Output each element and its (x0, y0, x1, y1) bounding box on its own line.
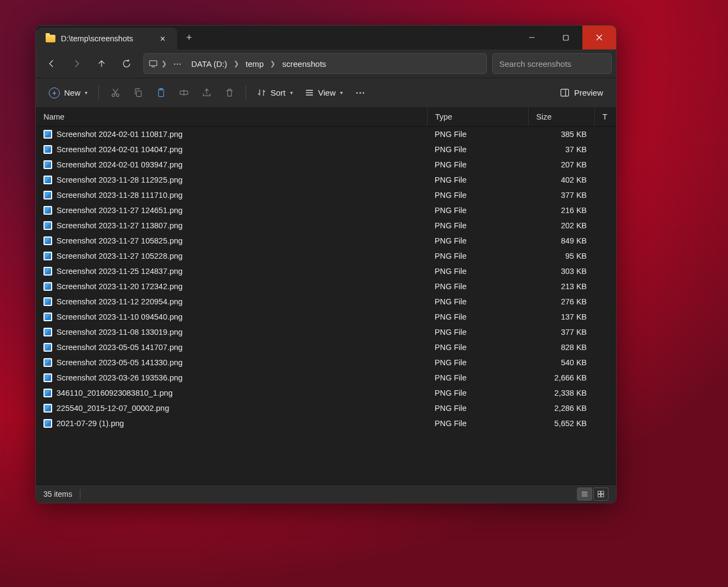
file-type: PNG File (427, 358, 528, 367)
search-placeholder: Search screenshots (499, 59, 572, 68)
this-pc-icon[interactable] (147, 58, 159, 70)
close-button[interactable] (582, 26, 616, 49)
back-button[interactable] (40, 53, 63, 74)
file-row[interactable]: 225540_2015-12-07_00002.pngPNG File2,286… (36, 401, 616, 416)
tab-close-button[interactable]: ✕ (155, 32, 170, 46)
png-file-icon (43, 313, 52, 321)
file-row[interactable]: Screenshot 2023-05-05 141707.pngPNG File… (36, 340, 616, 355)
refresh-button[interactable] (115, 53, 138, 74)
column-header-size[interactable]: Size (528, 107, 594, 126)
tab-title: D:\temp\screenshots (61, 34, 133, 43)
file-list[interactable]: Screenshot 2024-02-01 110817.pngPNG File… (36, 127, 616, 484)
file-row[interactable]: Screenshot 2023-11-08 133019.pngPNG File… (36, 324, 616, 340)
breadcrumb-seg-1[interactable]: temp (241, 57, 268, 71)
sort-button[interactable]: Sort ▾ (252, 83, 298, 103)
file-row[interactable]: Screenshot 2023-11-27 124651.pngPNG File… (36, 203, 616, 218)
file-row[interactable]: Screenshot 2024-02-01 093947.pngPNG File… (36, 157, 616, 172)
file-name: Screenshot 2024-02-01 093947.png (57, 160, 183, 169)
file-row[interactable]: Screenshot 2023-11-27 105825.pngPNG File… (36, 233, 616, 248)
file-row[interactable]: Screenshot 2023-11-27 113807.pngPNG File… (36, 218, 616, 233)
up-button[interactable] (90, 53, 113, 74)
file-name: 346110_20160923083810_1.png (57, 389, 173, 397)
file-row[interactable]: Screenshot 2023-11-10 094540.pngPNG File… (36, 309, 616, 324)
column-header-extra[interactable]: T (594, 107, 616, 126)
view-label: View (318, 88, 336, 97)
file-name: Screenshot 2023-11-08 133019.png (57, 328, 183, 336)
file-explorer-window: D:\temp\screenshots ✕ + (35, 25, 617, 503)
file-size: 216 KB (528, 206, 594, 215)
png-file-icon (43, 328, 52, 336)
preview-label: Preview (574, 88, 603, 97)
file-row[interactable]: Screenshot 2023-11-28 112925.pngPNG File… (36, 172, 616, 188)
navigation-bar: ❯ ⋯ DATA (D:) ❯ temp ❯ screenshots Searc… (36, 49, 616, 78)
thumbnails-view-button[interactable] (593, 488, 608, 501)
chevron-right-icon: ❯ (269, 60, 277, 67)
file-type: PNG File (427, 373, 528, 382)
divider (98, 86, 99, 100)
file-type: PNG File (427, 206, 528, 215)
file-row[interactable]: 2021-07-29 (1).pngPNG File5,652 KB (36, 416, 616, 431)
details-view-button[interactable] (577, 488, 592, 501)
file-row[interactable]: Screenshot 2023-11-12 220954.pngPNG File… (36, 294, 616, 309)
status-bar: 35 items (36, 484, 616, 503)
chevron-right-icon: ❯ (160, 60, 168, 67)
file-type: PNG File (427, 297, 528, 306)
png-file-icon (43, 236, 52, 245)
view-button[interactable]: View ▾ (299, 83, 348, 103)
column-header-name[interactable]: Name (36, 107, 427, 126)
maximize-button[interactable] (549, 26, 582, 49)
file-type: PNG File (427, 343, 528, 352)
png-file-icon (43, 267, 52, 276)
preview-button[interactable]: Preview (554, 83, 608, 103)
copy-button[interactable] (127, 83, 149, 103)
rename-button[interactable] (173, 83, 194, 103)
png-file-icon (43, 145, 52, 154)
file-name: Screenshot 2023-11-27 105228.png (57, 252, 183, 260)
file-row[interactable]: Screenshot 2023-03-26 193536.pngPNG File… (36, 370, 616, 385)
file-row[interactable]: Screenshot 2024-02-01 104047.pngPNG File… (36, 142, 616, 157)
file-row[interactable]: Screenshot 2024-02-01 110817.pngPNG File… (36, 127, 616, 142)
svg-rect-23 (601, 491, 604, 494)
command-bar: + New ▾ Sort ▾ View (36, 78, 616, 107)
file-size: 385 KB (528, 130, 594, 139)
file-size: 5,652 KB (528, 419, 594, 428)
new-button[interactable]: + New ▾ (43, 83, 93, 103)
cut-button[interactable] (104, 83, 126, 103)
chevron-down-icon: ▾ (290, 90, 293, 96)
file-row[interactable]: Screenshot 2023-11-20 172342.pngPNG File… (36, 279, 616, 294)
new-tab-button[interactable]: + (177, 26, 201, 49)
delete-button[interactable] (218, 83, 240, 103)
file-name: Screenshot 2023-11-20 172342.png (57, 282, 183, 291)
file-type: PNG File (427, 389, 528, 397)
active-tab[interactable]: D:\temp\screenshots ✕ (36, 28, 177, 49)
status-item-count: 35 items (43, 490, 72, 498)
file-size: 207 KB (528, 160, 594, 169)
column-header-type[interactable]: Type (427, 107, 528, 126)
breadcrumb-overflow[interactable]: ⋯ (169, 57, 186, 71)
more-button[interactable] (349, 83, 371, 103)
breadcrumb[interactable]: ❯ ⋯ DATA (D:) ❯ temp ❯ screenshots (143, 53, 487, 74)
file-row[interactable]: Screenshot 2023-11-27 105228.pngPNG File… (36, 248, 616, 264)
minimize-button[interactable] (515, 26, 549, 49)
breadcrumb-seg-0[interactable]: DATA (D:) (187, 57, 231, 71)
file-type: PNG File (427, 236, 528, 245)
png-file-icon (43, 358, 52, 367)
share-button[interactable] (196, 83, 217, 103)
preview-pane-icon (560, 88, 570, 98)
search-input[interactable]: Search screenshots (492, 53, 612, 74)
file-row[interactable]: 346110_20160923083810_1.pngPNG File2,338… (36, 385, 616, 401)
png-file-icon (43, 130, 52, 139)
file-row[interactable]: Screenshot 2023-05-05 141330.pngPNG File… (36, 355, 616, 370)
paste-button[interactable] (150, 83, 172, 103)
file-row[interactable]: Screenshot 2023-11-25 124837.pngPNG File… (36, 264, 616, 279)
file-name: Screenshot 2024-02-01 110817.png (57, 130, 183, 139)
file-type: PNG File (427, 419, 528, 428)
file-name: Screenshot 2023-05-05 141707.png (57, 343, 183, 352)
chevron-down-icon: ▾ (340, 90, 343, 96)
forward-button[interactable] (65, 53, 88, 74)
file-size: 2,338 KB (528, 389, 594, 397)
chevron-right-icon: ❯ (233, 60, 240, 67)
breadcrumb-seg-2[interactable]: screenshots (278, 57, 330, 71)
file-row[interactable]: Screenshot 2023-11-28 111710.pngPNG File… (36, 188, 616, 203)
file-size: 849 KB (528, 236, 594, 245)
